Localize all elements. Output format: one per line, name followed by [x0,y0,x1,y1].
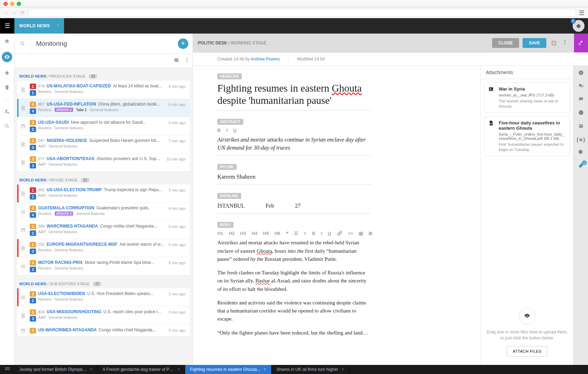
list-item[interactable]: 32 MOTOR RACING-PRIXMotor racing-Pirelli… [17,257,190,275]
workspace-tab[interactable]: Fighting resumes in eastern Ghouta...× [185,365,272,374]
package-icon[interactable] [578,123,584,130]
table-icon[interactable]: ⊞ [369,231,372,236]
workspace-tab[interactable]: Jockey and former British Olympic...× [14,365,98,374]
user-avatar[interactable]: ☻ 8 [573,20,584,32]
more-icon[interactable] [184,57,190,64]
svg-point-0 [5,110,7,112]
stage-header: WORLD NEWS / SUB-EDITORS STAGE 27 [14,275,192,288]
byline-input[interactable]: Kareem Shaheen [217,173,371,185]
back-icon[interactable]: ← [4,10,9,16]
reload-icon[interactable]: ⟳ [20,9,25,16]
underline-icon[interactable]: U [233,128,236,133]
quote-icon[interactable]: ❝ [286,231,288,236]
attachment-title: Five-hour daily ceasefires in eastern Gh… [499,120,566,131]
item-time: 5 min ago [165,325,190,336]
home-icon[interactable] [3,37,11,45]
list-item[interactable]: 11 202US-USA-ELECTION-TRUMPTrump expecte… [17,185,190,203]
olist-icon[interactable]: ≡ [304,231,307,236]
italic2-icon[interactable]: I [321,231,322,236]
list-item[interactable]: 44 GUATEMALA-CORRUPTIONGuatemala's presi… [17,203,190,221]
italic-icon[interactable]: I [226,128,227,133]
trash-icon[interactable] [3,83,11,92]
svg-point-14 [565,42,566,43]
headline-input[interactable]: Fighting resumes in eastern Ghouta despi… [217,82,371,110]
search-icon[interactable] [14,34,30,54]
minimize-window-icon[interactable] [10,2,14,6]
image-icon[interactable]: ▧ [359,231,363,236]
list-item[interactable]: 33 247NIGERIA-VIOLENCESuspected Boko Har… [17,135,190,153]
link-icon[interactable]: 🔗 [337,231,342,236]
close-window-icon[interactable] [4,2,8,6]
save-button[interactable]: SAVE [523,38,546,48]
code-icon[interactable]: <> [348,231,353,236]
abstract-input[interactable]: Airstrikes and mortar attacks continue i… [217,136,371,156]
comments-icon[interactable] [578,96,584,103]
browser-menu-icon[interactable]: ☰ [579,9,584,17]
upload-cloud-icon[interactable] [519,308,536,324]
editor-more-icon[interactable] [561,39,569,46]
maximize-window-icon[interactable] [17,2,21,6]
item-time: 2 min ago [165,288,190,306]
list-item[interactable]: 22 USA-ELECTIONI/BIDENU.S. Vice Presiden… [17,288,190,307]
bold2-icon[interactable]: B [312,231,315,236]
list-item[interactable]: 11 274US-MALAYSIA-BOAT-CAPSIZEDAt least … [17,81,190,99]
close-tab-icon[interactable]: × [342,367,344,372]
info-icon[interactable]: i [578,70,584,77]
list-item[interactable]: 33 277USA-ABORTION/TEXASAbortion provide… [17,153,190,172]
history-icon[interactable] [578,110,584,117]
dateline-month[interactable]: Feb [266,202,274,210]
user-search-icon[interactable] [3,107,11,116]
item-time: 5 min ago [165,81,190,99]
workspace-tab[interactable]: A French gendarme dog trainer of PSIG× [98,365,185,374]
columns-icon[interactable] [174,57,179,64]
body-input[interactable]: Airstrikes and mortar attacks have resum… [217,239,481,337]
list-item[interactable]: 44 807US-USA-FED-INFLATIONChina jitters,… [17,99,190,117]
list-item[interactable]: 32 200WARCRIMES-NTAGANDACongo militia ch… [17,221,190,239]
h2-icon[interactable]: H2 [229,231,235,236]
body-label: BODY [217,222,233,228]
item-time: 7 min ago [165,135,190,153]
desk-selector[interactable]: WORLD NEWS [14,18,64,34]
attachments-icon[interactable]: 2 [578,163,584,170]
svg-point-3 [20,42,23,44]
workspace-tab[interactable]: Shares in UK oil firms turn higher× [272,365,349,374]
app-menu-icon[interactable]: ☰ [0,18,14,34]
h6-icon[interactable]: H6 [274,231,280,236]
attachment-item[interactable]: PDF Five-hour daily ceasefires in easter… [484,116,570,156]
dateline-day[interactable]: 27 [295,202,301,210]
item-time: 5 min ago [165,221,190,239]
forward-icon[interactable]: → [12,10,18,16]
monitoring-list[interactable]: WORLD NEWS / PRODUCER STAGE 33 11 274US-… [14,68,192,365]
attach-files-button[interactable]: ATTACH FILES [507,346,547,357]
close-tab-icon[interactable]: × [264,367,266,372]
find-replace-icon[interactable] [578,83,584,90]
add-button[interactable]: + [178,38,188,49]
bold-icon[interactable]: B [217,128,220,133]
global-search-icon[interactable] [3,122,11,130]
list-item[interactable]: 23 752EUROPE-MIGRANTS/GREECE-MSFAid work… [17,239,190,257]
tags-icon[interactable] [578,149,584,156]
apps-icon[interactable] [0,365,14,374]
send-button[interactable] [574,34,588,52]
h3-icon[interactable]: H3 [240,231,246,236]
ulist-icon[interactable]: ☰ [294,231,298,236]
abstract-toolbar: B I U [217,128,371,133]
h5-icon[interactable]: H5 [263,231,269,236]
macros-icon[interactable]: {∗} [576,136,585,143]
list-item[interactable]: 3 US-WARCRIMES-NTAGANDACongo militia chi… [17,325,190,337]
item-type-icon [17,257,29,275]
underline2-icon[interactable]: U [328,231,331,236]
h1-icon[interactable]: H1 [217,231,223,236]
url-bar[interactable] [28,9,576,17]
close-button[interactable]: CLOSE [492,38,519,48]
star-icon[interactable] [3,69,11,77]
close-tab-icon[interactable]: × [177,367,180,372]
h4-icon[interactable]: H4 [252,231,258,236]
list-item[interactable]: 32 US-USA-SAUDINew approach to old allia… [17,117,190,135]
dateline-city[interactable]: ISTANBUL [217,202,245,210]
close-tab-icon[interactable]: × [90,367,92,372]
preview-icon[interactable]: ⊡ [550,39,557,47]
monitoring-icon[interactable] [2,52,12,62]
list-item[interactable]: 33 414USA-MISSOURI/SHOOTINGU.S. report c… [17,307,190,325]
attachment-item[interactable]: War in Syria women_at__war.JPG (717.3 kB… [484,82,570,113]
